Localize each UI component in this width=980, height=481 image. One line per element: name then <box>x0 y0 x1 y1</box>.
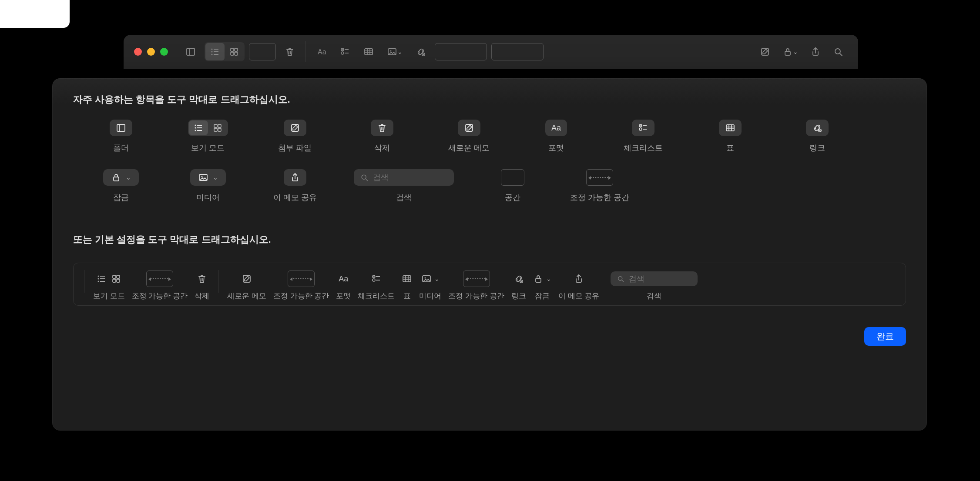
checklist-button[interactable] <box>336 43 355 60</box>
sidebar-icon <box>116 123 126 133</box>
item-flexible-space[interactable]: 조정 가능한 공간 <box>569 168 630 203</box>
item-view-mode[interactable]: 보기 모드 <box>178 118 238 153</box>
item-media[interactable]: ⌄ 미디어 <box>178 168 238 203</box>
flexible-space-box-icon <box>586 169 613 186</box>
def-delete[interactable]: 삭제 <box>195 270 209 301</box>
chevron-down-icon: ⌄ <box>126 174 131 181</box>
flexible-space-box-icon <box>288 271 315 287</box>
item-label: 첨부 파일 <box>278 143 312 153</box>
item-space[interactable]: 공간 <box>482 168 543 203</box>
toolbar-space-placeholder <box>491 43 544 60</box>
minimize-window-button[interactable] <box>147 48 155 56</box>
browser-corner-tab <box>0 0 70 28</box>
def-new-note[interactable]: 새로운 메모 <box>227 270 266 301</box>
table-icon <box>402 274 412 284</box>
done-button[interactable]: 완료 <box>864 327 906 346</box>
def-search[interactable]: 검색 검색 <box>606 270 702 301</box>
attachments-icon <box>290 123 300 133</box>
gallery-view-icon <box>208 120 227 135</box>
share-icon <box>574 274 584 284</box>
item-new-note[interactable]: 새로운 메모 <box>439 118 500 153</box>
item-label: 공간 <box>505 192 520 203</box>
item-label: 검색 <box>396 192 412 203</box>
item-link[interactable]: 링크 <box>787 118 848 153</box>
photo-icon <box>198 172 208 183</box>
item-share-note[interactable]: 이 메모 공유 <box>265 168 326 203</box>
def-checklist[interactable]: 체크리스트 <box>358 270 395 301</box>
item-label: 잠금 <box>113 192 129 203</box>
item-checklist[interactable]: 체크리스트 <box>613 118 674 153</box>
item-label: 새로운 메모 <box>448 143 490 153</box>
favorites-heading: 자주 사용하는 항목을 도구 막대로 드래그하십시오. <box>73 93 906 106</box>
toolbar-space-placeholder <box>435 43 487 60</box>
format-button[interactable] <box>312 43 331 60</box>
trash-icon <box>377 123 387 133</box>
def-flex-space-3[interactable]: 조정 가능한 공간 <box>448 270 504 301</box>
flexible-space-box-icon <box>146 271 173 287</box>
close-window-button[interactable] <box>134 48 142 56</box>
table-icon <box>725 123 735 133</box>
delete-button[interactable] <box>280 43 299 60</box>
customize-toolbar-sheet: 자주 사용하는 항목을 도구 막대로 드래그하십시오. 폴더 보기 모드 첨부 … <box>52 78 927 431</box>
sheet-divider <box>52 319 927 319</box>
def-format[interactable]: Aa 포맷 <box>336 270 351 301</box>
def-share-note[interactable]: 이 메모 공유 <box>558 270 599 301</box>
space-box-icon <box>501 169 524 186</box>
item-label: 포맷 <box>548 143 564 153</box>
toggle-sidebar-button[interactable] <box>181 43 200 60</box>
toolbar-space-placeholder <box>249 43 276 60</box>
link-icon <box>812 123 822 133</box>
item-attachments[interactable]: 첨부 파일 <box>265 118 326 153</box>
def-media[interactable]: ⌄ 미디어 <box>419 270 441 301</box>
gallery-view-button[interactable] <box>225 43 244 60</box>
chevron-down-icon: ⌄ <box>434 275 440 282</box>
def-flex-space-2[interactable]: 조정 가능한 공간 <box>273 270 329 301</box>
compose-icon <box>242 274 252 284</box>
lock-icon <box>533 274 544 284</box>
sheet-footer: 완료 <box>73 327 906 346</box>
share-button[interactable] <box>806 43 825 60</box>
gallery-view-icon <box>111 274 121 284</box>
item-label: 표 <box>726 143 734 153</box>
item-label: 폴더 <box>113 143 129 153</box>
divider <box>218 270 218 293</box>
flexible-space-box-icon <box>463 271 490 287</box>
list-view-button[interactable] <box>205 43 225 60</box>
checklist-icon <box>371 274 382 284</box>
toolbar-divider <box>305 41 306 62</box>
search-placeholder: 검색 <box>629 274 644 284</box>
item-label: 보기 모드 <box>191 143 225 153</box>
checklist-icon <box>638 123 648 133</box>
search-button[interactable] <box>829 43 848 60</box>
divider <box>84 270 84 293</box>
def-lock[interactable]: ⌄ 잠금 <box>533 270 551 301</box>
view-mode-segmented[interactable] <box>205 42 245 61</box>
search-placeholder: 검색 <box>373 172 389 183</box>
item-table[interactable]: 표 <box>700 118 761 153</box>
item-delete[interactable]: 삭제 <box>352 118 413 153</box>
def-link[interactable]: 링크 <box>511 270 526 301</box>
item-label: 삭제 <box>374 143 390 153</box>
item-format[interactable]: Aa 포맷 <box>526 118 587 153</box>
lock-button[interactable]: ⌄ <box>778 43 802 60</box>
link-icon <box>513 274 524 284</box>
trash-icon <box>197 274 207 284</box>
list-view-icon <box>189 120 208 135</box>
new-note-button[interactable] <box>755 43 775 60</box>
def-flex-space-1[interactable]: 조정 가능한 공간 <box>132 270 188 301</box>
def-view-mode[interactable]: 보기 모드 <box>93 270 125 301</box>
item-folder[interactable]: 폴더 <box>91 118 151 153</box>
compose-icon <box>464 123 474 133</box>
app-toolbar: ⌄ ⌄ <box>124 35 858 69</box>
item-search[interactable]: 검색 검색 <box>352 168 456 203</box>
zoom-window-button[interactable] <box>160 48 168 56</box>
def-table[interactable]: 표 <box>402 270 412 301</box>
default-toolbar-set[interactable]: 보기 모드 조정 가능한 공간 삭제 새로운 메모 조정 가능한 공간 Aa 포… <box>73 263 906 306</box>
chevron-down-icon: ⌄ <box>546 275 551 282</box>
media-button[interactable]: ⌄ <box>383 43 407 60</box>
share-icon <box>290 172 300 183</box>
table-button[interactable] <box>359 43 378 60</box>
toolbar-items-palette: 폴더 보기 모드 첨부 파일 삭제 새로운 메모 Aa 포맷 <box>73 118 906 207</box>
item-lock[interactable]: ⌄ 잠금 <box>91 168 151 203</box>
link-button[interactable] <box>411 43 430 60</box>
